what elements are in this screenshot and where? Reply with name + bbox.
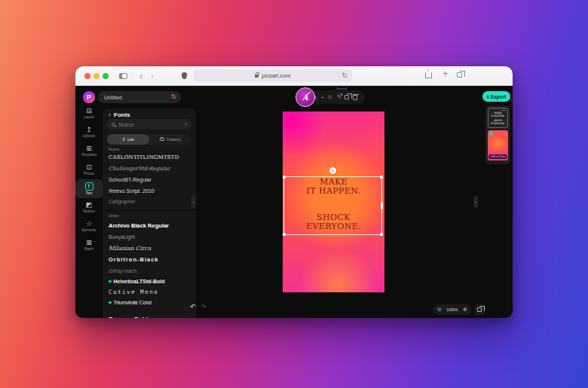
duplicate-icon[interactable]: [345, 95, 349, 99]
autosave-icon[interactable]: ↻: [171, 93, 176, 100]
sidebar-item-text[interactable]: T Text: [75, 179, 103, 198]
tab-overview-icon[interactable]: [457, 72, 462, 78]
sidebar-item-templates[interactable]: ⊞ Templates: [75, 142, 103, 160]
close-window-button[interactable]: [84, 73, 90, 79]
picsart-logo[interactable]: P: [83, 91, 95, 103]
zoom-out-icon[interactable]: ⊖: [437, 307, 442, 313]
undo-button[interactable]: ↶: [190, 303, 196, 310]
project-name-field[interactable]: ↻: [98, 91, 181, 103]
layers-panel: ••• MAKE IT HAPPEN. SHOCK EVERYONE. 1080…: [485, 105, 510, 164]
address-bar[interactable]: picsart.com ↻: [194, 69, 352, 82]
export-button[interactable]: ⤓ Export: [482, 91, 510, 102]
font-item-cutive-mono[interactable]: Cutive Mono: [103, 286, 196, 298]
back-chevron-icon[interactable]: ‹: [109, 111, 111, 118]
resize-handle-bottom-right[interactable]: [380, 233, 383, 236]
font-item-orbitron-black[interactable]: Orbitron-Black: [103, 254, 196, 265]
resize-handle-top-left[interactable]: [283, 176, 286, 179]
canvas-size-label: 1080x1920px: [488, 154, 507, 160]
font-item-clipped[interactable]: Bangers Bold: [103, 313, 196, 318]
expand-right-panel-tab[interactable]: ›: [473, 196, 478, 208]
search-icon: [112, 123, 115, 127]
shield-icon[interactable]: [182, 72, 187, 79]
resize-handle-right-middle[interactable]: [381, 202, 383, 209]
general-label: General: [336, 87, 347, 90]
fullscreen-window-button[interactable]: [103, 73, 109, 79]
font-item-relevs-script[interactable]: Relevs Script. 2010: [103, 185, 196, 197]
reload-icon[interactable]: ↻: [341, 72, 348, 79]
new-tab-button[interactable]: +: [443, 68, 449, 79]
design-canvas[interactable]: MAKE IT HAPPEN. SHOCK EVERYONE. ↻: [283, 112, 384, 292]
redo-button[interactable]: ↷: [201, 303, 207, 310]
font-item-triumvirate-cond[interactable]: Triumvirate Cond: [103, 297, 196, 308]
sidebar-item-layout[interactable]: ⊟ Layout: [75, 104, 103, 123]
eyedropper-icon[interactable]: ✎: [335, 93, 343, 102]
sidebar-toggle-icon[interactable]: [119, 73, 127, 79]
fonts-panel-header: ‹ Fonts: [109, 110, 130, 119]
opacity-icon[interactable]: ◓: [319, 93, 326, 102]
editor-app: P ↻ A A ◓ ⊙ General ✎: [75, 86, 513, 318]
background-layer-badge: [489, 132, 493, 136]
browser-chrome: ‹ › picsart.com ↻ ↑ +: [75, 66, 513, 86]
sidebar-item-elements[interactable]: ☆ Elements: [75, 217, 103, 236]
view-toggle-folders[interactable]: Folders: [149, 134, 191, 145]
premium-dot-icon: [109, 280, 112, 283]
zoom-level[interactable]: 100%: [446, 307, 458, 312]
sidebar-item-photos[interactable]: ⊡ Photos: [75, 160, 103, 179]
font-item-caslontitlingmtstd[interactable]: CASLONTITLINGMTSTD: [103, 151, 196, 163]
sidebar-item-batch[interactable]: ⊠ Batch: [75, 236, 103, 255]
font-item-bunyalight[interactable]: BunyaLight: [103, 231, 196, 243]
text-layer-thumbnail[interactable]: ••• MAKE IT HAPPEN. SHOCK EVERYONE.: [488, 108, 508, 128]
back-button[interactable]: ‹: [139, 69, 142, 84]
font-tool-button[interactable]: A: [296, 87, 315, 107]
font-item-gillray-hatch[interactable]: Gillray Hatch: [103, 265, 196, 276]
fonts-panel: ‹ Fonts ▽ ≡ List Folders: [103, 108, 196, 318]
browser-window: ‹ › picsart.com ↻ ↑ + P ↻: [75, 66, 513, 318]
font-search-input[interactable]: [118, 122, 181, 127]
elements-icon: ☆: [86, 221, 92, 228]
layout-icon: ⊟: [86, 108, 92, 115]
share-icon[interactable]: ↑: [425, 72, 432, 78]
resize-handle-top-right[interactable]: [380, 176, 383, 179]
delete-icon[interactable]: [353, 95, 357, 100]
view-toggle: ≡ List Folders: [107, 134, 191, 145]
minimize-window-button[interactable]: [93, 73, 100, 79]
font-item-challengerstd[interactable]: ChallengerStd-Regular: [103, 163, 196, 174]
font-item-helveticaltstd[interactable]: HelveticaLTStd-Bold: [103, 276, 196, 287]
text-icon: T: [85, 182, 93, 191]
fit-icon: [477, 307, 482, 312]
stickers-icon: ◩: [86, 202, 93, 209]
text-layer-preview: MAKE IT HAPPEN. SHOCK EVERYONE.: [488, 112, 507, 125]
font-item-schoolbt[interactable]: SchoolBT-Regular: [103, 174, 196, 185]
sidebar-item-stickers[interactable]: ◩ Stickers: [75, 198, 103, 217]
project-name-input[interactable]: [104, 91, 167, 103]
batch-icon: ⊠: [86, 240, 92, 246]
font-item-milanian-circa[interactable]: Milanian Circa: [103, 243, 196, 254]
fit-to-screen-button[interactable]: [474, 304, 485, 315]
font-search-box[interactable]: ▽: [107, 119, 191, 130]
export-label: Export: [491, 94, 507, 99]
list-icon: ≡: [122, 137, 125, 142]
templates-icon: ⊞: [86, 145, 92, 152]
view-toggle-list[interactable]: ≡ List: [107, 134, 149, 145]
background-layer-thumbnail[interactable]: 1080x1920px: [488, 130, 508, 160]
zoom-in-icon[interactable]: ⊕: [463, 307, 467, 313]
sidebar-item-uploads[interactable]: ↥ Uploads: [75, 123, 103, 142]
forward-button[interactable]: ›: [151, 69, 154, 84]
export-arrow-icon: ⤓: [487, 93, 489, 99]
filter-icon[interactable]: ▽: [184, 122, 187, 127]
zoom-controls: ⊖ 100% ⊕: [433, 304, 471, 315]
page-background: ‹ › picsart.com ↻ ↑ + P ↻: [0, 0, 588, 388]
font-item-archivo-black[interactable]: Archivo Black Regular: [103, 220, 196, 231]
library-section-label: Library: [109, 214, 119, 218]
photos-icon: ⊡: [86, 164, 92, 171]
collapse-left-panel-tab[interactable]: ‹: [191, 196, 196, 208]
blend-icon[interactable]: ⊙: [326, 93, 334, 102]
font-item-calligrapher[interactable]: Calligrapher: [103, 196, 196, 207]
folder-icon: [160, 138, 164, 142]
selection-box[interactable]: [283, 176, 382, 235]
lock-icon: [255, 75, 259, 78]
rotate-handle[interactable]: ↻: [329, 167, 336, 174]
eyedropper-badge: [341, 93, 343, 96]
fonts-panel-title: Fonts: [114, 112, 130, 118]
resize-handle-bottom-left[interactable]: [283, 233, 286, 236]
